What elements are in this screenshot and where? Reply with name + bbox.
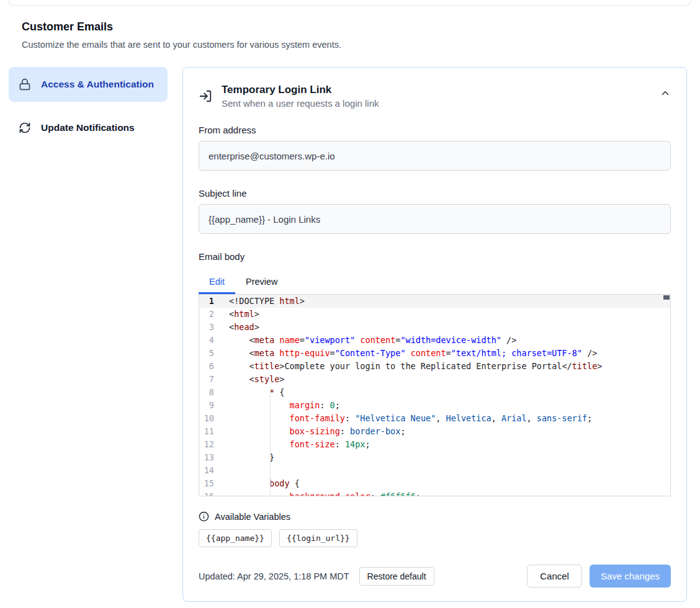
available-variables-header: Available Variables	[199, 511, 671, 522]
sidebar-item-label: Update Notifications	[41, 120, 135, 135]
panel-subtitle: Sent when a user requests a login link	[222, 98, 379, 109]
line-number: 12	[199, 438, 214, 451]
line-number: 11	[199, 425, 214, 438]
refresh-icon	[19, 122, 31, 134]
tab-edit[interactable]: Edit	[199, 270, 235, 294]
page-subtitle: Customize the emails that are sent to yo…	[22, 40, 700, 50]
line-number: 6	[199, 360, 214, 373]
line-number: 10	[199, 412, 214, 425]
code-line[interactable]: 6 <title>Complete your login to the Repl…	[199, 360, 670, 373]
page-title: Customer Emails	[22, 20, 700, 34]
chevron-up-icon	[660, 87, 671, 99]
line-number: 16	[199, 490, 214, 496]
line-number: 8	[199, 386, 214, 399]
line-number: 5	[199, 347, 214, 360]
email-body-label: Email body	[199, 251, 671, 262]
line-number: 1	[199, 295, 214, 308]
email-body-code-editor[interactable]: 1<!DOCTYPE html>2<html>3<head>4 <meta na…	[199, 294, 671, 496]
line-number: 7	[199, 373, 214, 386]
subject-line-label: Subject line	[199, 188, 671, 199]
editor-tabs: Edit Preview	[199, 270, 671, 294]
collapse-button[interactable]	[660, 87, 671, 99]
line-number: 3	[199, 321, 214, 334]
content-area: Access & Authentication Update Notificat…	[0, 50, 700, 602]
sidebar-item-access-authentication[interactable]: Access & Authentication	[9, 67, 168, 102]
available-variables-label: Available Variables	[215, 512, 290, 522]
panel-title: Temporary Login Link	[222, 84, 379, 96]
code-line[interactable]: 5 <meta http-equiv="Content-Type" conten…	[199, 347, 670, 360]
tab-preview[interactable]: Preview	[235, 270, 289, 294]
variable-chip-login-url[interactable]: {{login_url}}	[279, 529, 357, 547]
updated-timestamp: Updated: Apr 29, 2025, 1:18 PM MDT	[199, 571, 349, 581]
previous-card-bottom-edge	[9, 0, 691, 6]
sidebar-item-label: Access & Authentication	[41, 77, 154, 92]
line-number: 4	[199, 334, 214, 347]
indent-guide	[270, 387, 271, 495]
code-line[interactable]: 4 <meta name="viewport" content="width=d…	[199, 334, 670, 347]
from-address-field: From address	[199, 125, 671, 171]
code-line[interactable]: 2<html>	[199, 308, 670, 321]
subject-line-input[interactable]	[199, 204, 671, 234]
save-changes-button[interactable]: Save changes	[590, 565, 671, 588]
variable-chips: {{app_name}} {{login_url}}	[199, 529, 671, 547]
variable-chip-app-name[interactable]: {{app_name}}	[199, 529, 272, 547]
panel-footer: Updated: Apr 29, 2025, 1:18 PM MDT Resto…	[199, 565, 671, 588]
code-line[interactable]: 3<head>	[199, 321, 670, 334]
line-number: 14	[199, 464, 214, 477]
panel-header: Temporary Login Link Sent when a user re…	[199, 84, 671, 109]
code-line[interactable]: 7 <style>	[199, 373, 670, 386]
login-icon	[199, 89, 212, 103]
restore-default-button[interactable]: Restore default	[359, 567, 434, 586]
line-number: 13	[199, 451, 214, 464]
from-address-input[interactable]	[199, 141, 671, 171]
cancel-button[interactable]: Cancel	[527, 565, 582, 588]
code-line[interactable]: 1<!DOCTYPE html>	[199, 295, 670, 308]
email-settings-panel: Temporary Login Link Sent when a user re…	[182, 67, 687, 602]
editor-scrollbar[interactable]	[663, 295, 670, 300]
sidebar-item-update-notifications[interactable]: Update Notifications	[9, 113, 168, 143]
line-number: 9	[199, 399, 214, 412]
from-address-label: From address	[199, 125, 671, 135]
subject-line-field: Subject line	[199, 188, 671, 234]
panel-header-text: Temporary Login Link Sent when a user re…	[222, 84, 379, 109]
line-number: 15	[199, 477, 214, 490]
line-number: 2	[199, 308, 214, 321]
info-icon	[199, 511, 209, 522]
email-types-sidebar: Access & Authentication Update Notificat…	[9, 67, 168, 143]
lock-icon	[19, 78, 31, 91]
